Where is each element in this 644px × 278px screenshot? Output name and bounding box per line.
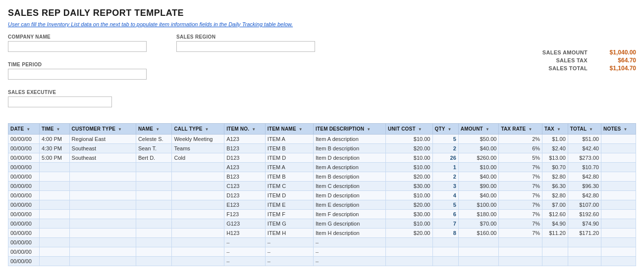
table-cell[interactable]: 7% xyxy=(499,163,542,172)
table-cell[interactable]: ITEM C xyxy=(265,182,313,191)
table-cell[interactable]: ITEM A xyxy=(265,135,313,144)
table-cell[interactable] xyxy=(39,191,69,200)
table-cell[interactable]: G123 xyxy=(224,219,266,229)
table-cell[interactable]: $30.00 xyxy=(386,210,432,219)
table-cell[interactable]: 2% xyxy=(499,135,542,144)
table-cell[interactable] xyxy=(542,247,568,257)
table-cell[interactable] xyxy=(601,219,636,229)
table-cell[interactable]: $260.00 xyxy=(458,153,499,163)
table-cell[interactable] xyxy=(386,238,432,247)
table-cell[interactable]: A123 xyxy=(224,163,266,172)
table-cell[interactable] xyxy=(432,247,458,257)
col-header-time[interactable]: TIME ▼ xyxy=(39,124,69,135)
table-cell[interactable]: 26 xyxy=(432,153,458,163)
table-cell[interactable] xyxy=(136,257,172,266)
table-cell[interactable] xyxy=(172,182,224,191)
table-cell[interactable]: A123 xyxy=(224,135,266,144)
table-cell[interactable]: $100.00 xyxy=(458,200,499,210)
table-cell[interactable]: Teams xyxy=(172,144,224,153)
table-cell[interactable] xyxy=(136,229,172,238)
table-cell[interactable]: $7.00 xyxy=(542,200,568,210)
time-period-input[interactable] xyxy=(8,69,147,80)
table-cell[interactable] xyxy=(39,229,69,238)
table-cell[interactable]: $42.80 xyxy=(568,191,601,200)
table-cell[interactable]: $42.80 xyxy=(568,172,601,182)
table-cell[interactable]: Item B description xyxy=(314,144,386,153)
table-cell[interactable] xyxy=(601,182,636,191)
sales-region-input[interactable] xyxy=(176,41,315,52)
table-cell[interactable]: 00/00/00 xyxy=(8,210,40,219)
table-cell[interactable]: $40.00 xyxy=(458,172,499,182)
table-cell[interactable]: 00/00/00 xyxy=(8,144,40,153)
table-cell[interactable] xyxy=(568,238,601,247)
col-header-qty[interactable]: QTY ▼ xyxy=(432,124,458,135)
table-cell[interactable] xyxy=(39,200,69,210)
table-cell[interactable] xyxy=(136,219,172,229)
table-cell[interactable]: 5% xyxy=(499,153,542,163)
col-header-tax-rate[interactable]: TAX RATE ▼ xyxy=(499,124,542,135)
table-cell[interactable]: E123 xyxy=(224,200,266,210)
col-header-total[interactable]: TOTAL ▼ xyxy=(568,124,601,135)
table-cell[interactable] xyxy=(542,238,568,247)
sales-executive-input[interactable] xyxy=(8,96,112,107)
table-cell[interactable]: $70.00 xyxy=(458,219,499,229)
table-cell[interactable]: 6 xyxy=(432,210,458,219)
table-cell[interactable] xyxy=(542,257,568,266)
table-cell[interactable] xyxy=(601,163,636,172)
table-cell[interactable] xyxy=(39,182,69,191)
table-cell[interactable]: 00/00/00 xyxy=(8,219,40,229)
table-cell[interactable] xyxy=(601,135,636,144)
table-cell[interactable]: 00/00/00 xyxy=(8,200,40,210)
table-cell[interactable]: 2 xyxy=(432,144,458,153)
table-cell[interactable]: Regional East xyxy=(69,135,136,144)
table-cell[interactable] xyxy=(69,172,136,182)
table-cell[interactable]: $13.00 xyxy=(542,153,568,163)
col-header-item-name[interactable]: ITEM NAME ▼ xyxy=(265,124,313,135)
table-cell[interactable] xyxy=(601,144,636,153)
col-header-tax[interactable]: TAX ▼ xyxy=(542,124,568,135)
table-cell[interactable] xyxy=(69,182,136,191)
table-cell[interactable]: 4:00 PM xyxy=(39,135,69,144)
table-cell[interactable] xyxy=(69,219,136,229)
table-cell[interactable] xyxy=(39,172,69,182)
table-cell[interactable]: 7% xyxy=(499,182,542,191)
table-cell[interactable]: $20.00 xyxy=(386,144,432,153)
col-header-amount[interactable]: AMOUNT ▼ xyxy=(458,124,499,135)
table-cell[interactable]: ITEM D xyxy=(265,153,313,163)
table-cell[interactable] xyxy=(172,247,224,257)
table-cell[interactable] xyxy=(386,257,432,266)
table-cell[interactable] xyxy=(458,257,499,266)
col-header-customer-type[interactable]: CUSTOMER TYPE ▼ xyxy=(69,124,136,135)
table-cell[interactable]: $180.00 xyxy=(458,210,499,219)
table-cell[interactable]: – xyxy=(224,247,266,257)
table-cell[interactable] xyxy=(39,219,69,229)
table-cell[interactable]: 5:00 PM xyxy=(39,153,69,163)
col-header-name[interactable]: NAME ▼ xyxy=(136,124,172,135)
table-cell[interactable]: $4.90 xyxy=(542,219,568,229)
table-cell[interactable]: 3 xyxy=(432,182,458,191)
table-cell[interactable] xyxy=(69,163,136,172)
table-cell[interactable]: – xyxy=(265,247,313,257)
table-cell[interactable]: – xyxy=(314,257,386,266)
table-cell[interactable]: – xyxy=(314,247,386,257)
table-cell[interactable] xyxy=(39,210,69,219)
table-cell[interactable] xyxy=(601,229,636,238)
table-cell[interactable]: $10.00 xyxy=(386,153,432,163)
table-cell[interactable]: Item B description xyxy=(314,172,386,182)
table-cell[interactable]: D123 xyxy=(224,191,266,200)
table-cell[interactable]: $10.00 xyxy=(386,135,432,144)
table-cell[interactable]: 00/00/00 xyxy=(8,153,40,163)
table-cell[interactable]: ITEM D xyxy=(265,191,313,200)
table-cell[interactable]: ITEM B xyxy=(265,144,313,153)
table-cell[interactable]: H123 xyxy=(224,229,266,238)
table-cell[interactable] xyxy=(172,210,224,219)
table-cell[interactable]: – xyxy=(265,257,313,266)
table-cell[interactable]: C123 xyxy=(224,182,266,191)
table-cell[interactable]: B123 xyxy=(224,144,266,153)
table-cell[interactable]: 8 xyxy=(432,229,458,238)
table-cell[interactable]: $10.00 xyxy=(458,163,499,172)
table-cell[interactable]: – xyxy=(314,238,386,247)
table-cell[interactable]: Sean T. xyxy=(136,144,172,153)
table-cell[interactable]: $2.80 xyxy=(542,172,568,182)
table-cell[interactable] xyxy=(39,257,69,266)
